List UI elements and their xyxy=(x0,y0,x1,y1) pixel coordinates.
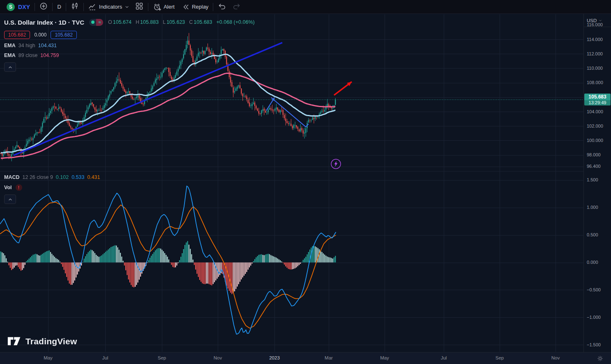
price-tick-label: 98.000 xyxy=(587,152,601,157)
low-label: L xyxy=(163,19,166,25)
ema-slow-name: EMA xyxy=(4,53,16,58)
close-value: 105.683 xyxy=(194,19,212,25)
macd-tick-label: 1.500 xyxy=(587,177,598,182)
chart-title[interactable]: U.S. Dollar Index · 1D · TVC xyxy=(4,19,84,26)
time-tick-label: 2023 xyxy=(269,355,280,360)
ema-fast-name: EMA xyxy=(4,43,16,48)
undo-arrow-icon xyxy=(218,2,226,11)
sun-icon xyxy=(597,355,604,362)
ema-fast-value: 104.431 xyxy=(38,43,57,48)
lightning-icon xyxy=(330,158,341,169)
time-tick-label: May xyxy=(44,355,53,360)
collapse-macd-button[interactable] xyxy=(4,195,16,204)
macd-hist-value: 0.102 xyxy=(56,174,69,180)
layout-grid-button[interactable] xyxy=(135,2,143,11)
grid-icon xyxy=(135,2,143,11)
high-value: 105.883 xyxy=(140,19,159,25)
volume-error-badge[interactable]: ! xyxy=(16,184,22,191)
buy-price-box[interactable]: 105.682 xyxy=(51,31,76,39)
price-tick-label: 100.000 xyxy=(587,138,603,143)
top-toolbar: S DXY D Indicators Alert Replay xyxy=(0,0,611,14)
sell-price-box[interactable]: 105.682 xyxy=(4,31,30,39)
time-tick-label: Nov xyxy=(214,355,222,360)
indicators-label: Indicators xyxy=(99,4,122,10)
chevron-up-icon xyxy=(8,197,13,202)
price-tick-label: 96.400 xyxy=(587,164,601,169)
price-axis[interactable]: USD 116.000114.000112.000110.000108.0001… xyxy=(583,14,611,352)
toolbar-separator xyxy=(66,3,66,11)
macd-tick-label: −1.000 xyxy=(587,315,601,320)
macd-line-value: 0.533 xyxy=(71,174,84,180)
ema-slow-params: 89 close xyxy=(18,53,38,58)
tradingview-mark-icon xyxy=(7,337,21,346)
alert-button[interactable]: Alert xyxy=(153,3,175,11)
macd-signal-value: 0.431 xyxy=(87,174,100,180)
theme-settings-button[interactable] xyxy=(597,355,604,364)
toolbar-separator xyxy=(83,3,84,11)
current-price-label: 105.683 13:29:49 xyxy=(584,94,611,105)
replay-button[interactable]: Replay xyxy=(182,3,208,11)
collapse-legend-button[interactable] xyxy=(4,62,16,72)
symbol-button[interactable]: DXY xyxy=(18,4,30,10)
chart-window: S DXY D Indicators Alert Replay xyxy=(0,0,611,364)
price-tick-label: 114.000 xyxy=(587,37,603,42)
low-value: 105.623 xyxy=(166,19,185,25)
chart-type-button[interactable] xyxy=(71,2,79,11)
redo-arrow-icon xyxy=(233,2,241,11)
price-tick-label: 116.000 xyxy=(587,22,603,27)
close-label: C xyxy=(189,19,193,25)
price-tick-label: 112.000 xyxy=(587,51,603,56)
macd-tick-label: 0.000 xyxy=(587,260,598,265)
time-axis[interactable]: MayJulSepNov2023MarMayJulSepNov xyxy=(0,352,611,364)
macd-params: 12 26 close 9 xyxy=(23,174,53,180)
change-value: +0.068 (+0.06%) xyxy=(217,19,255,25)
toolbar-separator xyxy=(52,3,53,11)
time-tick-label: Sep xyxy=(158,355,166,360)
ohlc-readout: O105.674 H105.883 L105.623 C105.683 +0.0… xyxy=(108,19,255,25)
market-status-pill[interactable]: ≈ xyxy=(89,19,103,26)
time-tick-label: Nov xyxy=(551,355,560,360)
macd-tick-label: 1.000 xyxy=(587,205,598,210)
compare-add-button[interactable] xyxy=(39,2,48,11)
approx-badge-icon: ≈ xyxy=(96,19,103,26)
ema-fast-row[interactable]: EMA 34 high 104.431 xyxy=(4,42,255,49)
macd-row[interactable]: MACD 12 26 close 9 0.102 0.533 0.431 xyxy=(4,174,100,181)
redo-button[interactable] xyxy=(233,2,241,11)
pane-divider[interactable] xyxy=(0,171,583,172)
price-tick-label: 108.000 xyxy=(587,80,603,85)
replay-icon xyxy=(182,3,189,11)
indicators-button[interactable]: Indicators xyxy=(88,3,129,11)
spread-value: 0.000 xyxy=(33,32,48,38)
ema-slow-row[interactable]: EMA 89 close 104.759 xyxy=(4,52,255,59)
indicators-icon xyxy=(88,3,97,11)
time-tick-label: May xyxy=(380,355,389,360)
price-tick-label: 110.000 xyxy=(587,66,603,71)
alert-label: Alert xyxy=(164,4,175,10)
tradingview-logo[interactable]: TradingView xyxy=(7,337,77,346)
macd-tick-label: −1.500 xyxy=(587,342,601,347)
price-tick-label: 102.000 xyxy=(587,124,603,128)
alarm-clock-icon xyxy=(153,3,161,11)
open-label: O xyxy=(108,19,112,25)
symbol-logo-icon[interactable]: S xyxy=(7,3,15,11)
open-value: 105.674 xyxy=(113,19,131,25)
toolbar-separator xyxy=(35,3,35,11)
volume-row[interactable]: Vol ! xyxy=(4,184,100,191)
toolbar-separator xyxy=(148,3,148,11)
time-tick-label: Mar xyxy=(325,355,333,360)
plus-circle-icon xyxy=(39,2,48,11)
time-tick-label: Jul xyxy=(102,355,108,360)
current-price-value: 105.683 xyxy=(584,94,611,100)
price-tick-label: 104.000 xyxy=(587,109,603,114)
replay-label: Replay xyxy=(192,4,208,10)
macd-name: MACD xyxy=(4,174,20,180)
candlestick-icon xyxy=(71,2,79,11)
chart-legend: U.S. Dollar Index · 1D · TVC ≈ O105.674 … xyxy=(4,18,255,72)
timeframe-button[interactable]: D xyxy=(57,4,61,10)
time-tick-label: Sep xyxy=(496,355,504,360)
ema-fast-params: 34 high xyxy=(18,43,35,48)
chevron-down-icon xyxy=(125,5,129,9)
quick-trade-button[interactable] xyxy=(330,158,341,169)
undo-button[interactable] xyxy=(218,2,226,11)
bar-countdown: 13:29:49 xyxy=(584,100,611,105)
